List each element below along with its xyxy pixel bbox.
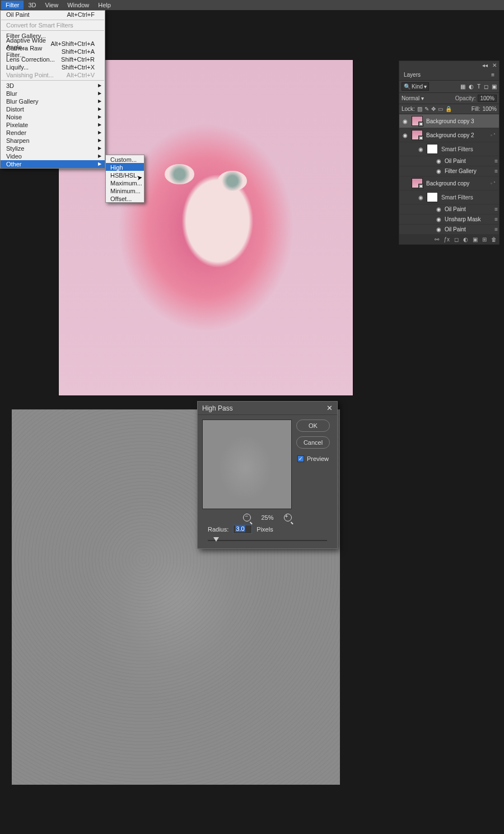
visibility-icon[interactable]: ◉ <box>436 158 441 164</box>
menu-3d[interactable]: 3D <box>24 1 40 10</box>
expand-icon[interactable]: ◦ ˄ <box>489 133 497 138</box>
menu-item-camera-raw-filter-[interactable]: Camera Raw Filter...Shift+Ctrl+A <box>1 48 105 55</box>
filter-adjust-icon[interactable]: ◐ <box>469 83 474 90</box>
layer-thumb[interactable]: ▣ <box>412 130 423 140</box>
filter-name: Oil Paint <box>445 158 466 164</box>
menu-item-video[interactable]: Video▶ <box>1 152 105 160</box>
smart-filter-entry[interactable]: ◉Filter Gallery≡ <box>399 166 499 176</box>
filter-smart-icon[interactable]: ▣ <box>492 83 497 90</box>
submenu-item-minimum-[interactable]: Minimum... <box>106 187 144 194</box>
filter-type-icon[interactable]: T <box>477 83 480 90</box>
layer-name[interactable]: Background copy 3 <box>426 118 497 124</box>
radius-input[interactable]: 3.0 <box>233 525 252 534</box>
cancel-button[interactable]: Cancel <box>296 436 330 449</box>
layer-thumb[interactable]: ▣ <box>412 116 423 126</box>
visibility-icon[interactable]: ◉ <box>402 132 408 138</box>
adjustment-icon[interactable]: ◐ <box>463 236 468 243</box>
expand-icon[interactable]: ◦ ˄ <box>489 181 497 186</box>
layer-name[interactable]: Background copy <box>426 180 486 187</box>
new-layer-icon[interactable]: ⊞ <box>482 236 487 243</box>
submenu-item-custom-[interactable]: Custom... <box>106 155 144 163</box>
submenu-item-high-pass-[interactable]: High Pass... <box>106 163 144 171</box>
smart-filters-row[interactable]: ◉Smart Filters <box>399 190 499 204</box>
menu-help[interactable]: Help <box>94 1 115 10</box>
filter-shape-icon[interactable]: ◻ <box>484 83 488 90</box>
collapse-icon[interactable]: ◂◂ <box>482 62 488 68</box>
layer-row[interactable]: ◉▣Background copy 3 <box>399 114 499 128</box>
menu-filter[interactable]: Filter <box>1 1 24 10</box>
filter-options-icon[interactable]: ≡ <box>494 158 497 164</box>
menu-item-sharpen[interactable]: Sharpen▶ <box>1 137 105 145</box>
lock-transparent-icon[interactable]: ▨ <box>417 106 422 112</box>
menu-item-distort[interactable]: Distort▶ <box>1 105 105 113</box>
dialog-preview[interactable] <box>202 420 292 509</box>
smart-filter-entry[interactable]: ◉Oil Paint≡ <box>399 204 499 215</box>
menu-item-stylize[interactable]: Stylize▶ <box>1 145 105 152</box>
menu-item-vanishing-point-[interactable]: Vanishing Point...Alt+Ctrl+V <box>1 71 105 79</box>
link-icon[interactable]: ⚯ <box>435 236 439 243</box>
menu-item-blur[interactable]: Blur▶ <box>1 90 105 97</box>
smart-filter-entry[interactable]: ◉Oil Paint≡ <box>399 156 499 166</box>
filter-options-icon[interactable]: ≡ <box>494 206 497 212</box>
shortcut: Shift+Ctrl+X <box>62 64 95 71</box>
layer-row[interactable]: ◉▣Background copy 2◦ ˄ <box>399 128 499 142</box>
menu-item-recent[interactable]: Oil Paint Alt+Ctrl+F <box>1 11 105 18</box>
visibility-icon[interactable]: ◉ <box>418 146 423 152</box>
blend-mode-select[interactable]: Normal ▾ <box>402 95 453 101</box>
radius-slider[interactable] <box>208 537 327 544</box>
smart-filter-entry[interactable]: ◉Unsharp Mask≡ <box>399 215 499 225</box>
filters-mask[interactable] <box>427 144 438 154</box>
layers-panel-top: ◂◂ ✕ Layers ≡ 🔍 Kind ▾ ▦ ◐ T ◻ ▣ Normal … <box>399 60 500 245</box>
layer-thumb[interactable]: ▣ <box>412 178 423 188</box>
menu-item-noise[interactable]: Noise▶ <box>1 113 105 121</box>
menu-item-lens-correction-[interactable]: Lens Correction...Shift+Ctrl+R <box>1 55 105 63</box>
visibility-icon[interactable]: ◉ <box>436 168 441 174</box>
submenu-item-offset-[interactable]: Offset... <box>106 194 144 202</box>
layer-row[interactable]: ▣Background copy◦ ˄ <box>399 176 499 190</box>
zoom-in-icon[interactable] <box>284 514 292 521</box>
visibility-icon[interactable]: ◉ <box>436 226 441 232</box>
visibility-icon[interactable]: ◉ <box>402 118 408 124</box>
menu-item-convert-smart[interactable]: Convert for Smart Filters <box>1 21 105 29</box>
menu-item-3d[interactable]: 3D▶ <box>1 82 105 90</box>
fx-icon[interactable]: ƒx <box>444 236 450 243</box>
layer-name[interactable]: Background copy 2 <box>426 132 486 138</box>
lock-pixels-icon[interactable]: ✎ <box>424 106 429 112</box>
group-icon[interactable]: ▣ <box>473 236 478 243</box>
mask-icon[interactable]: ◻ <box>454 236 459 243</box>
lock-artboard-icon[interactable]: ▭ <box>438 106 443 112</box>
menu-window[interactable]: Window <box>63 1 94 10</box>
filter-options-icon[interactable]: ≡ <box>494 216 497 222</box>
opacity-value[interactable]: 100% <box>478 95 497 102</box>
menu-item-liquify-[interactable]: Liquify...Shift+Ctrl+X <box>1 63 105 71</box>
smart-filter-entry[interactable]: ◉Oil Paint≡ <box>399 225 499 235</box>
shortcut: Shift+Ctrl+R <box>61 56 95 63</box>
fill-value[interactable]: 100% <box>482 106 497 112</box>
lock-position-icon[interactable]: ✥ <box>431 106 436 112</box>
visibility-icon[interactable]: ◉ <box>436 216 441 222</box>
preview-checkbox[interactable]: ✓ Preview <box>297 455 329 462</box>
trash-icon[interactable]: 🗑 <box>491 236 497 243</box>
smart-filters-row[interactable]: ◉Smart Filters <box>399 142 499 156</box>
filters-mask[interactable] <box>427 192 438 202</box>
filter-type-select[interactable]: 🔍 Kind ▾ <box>402 82 429 91</box>
menu-item-render[interactable]: Render▶ <box>1 129 105 137</box>
panel-menu-icon[interactable]: ≡ <box>491 72 494 78</box>
lock-all-icon[interactable]: 🔒 <box>445 106 452 112</box>
ok-button[interactable]: OK <box>296 420 330 432</box>
menu-view[interactable]: View <box>41 1 63 10</box>
menu-item-other[interactable]: Other▶ <box>1 160 105 168</box>
visibility-icon[interactable]: ◉ <box>418 194 423 201</box>
menu-item-pixelate[interactable]: Pixelate▶ <box>1 121 105 129</box>
menu-item-blur-gallery[interactable]: Blur Gallery▶ <box>1 97 105 105</box>
close-icon[interactable]: ✕ <box>492 62 497 68</box>
filter-options-icon[interactable]: ≡ <box>494 168 497 174</box>
submenu-arrow-icon: ▶ <box>98 146 101 151</box>
zoom-out-icon[interactable] <box>243 514 251 521</box>
layers-tab[interactable]: Layers <box>404 72 421 78</box>
filter-pixel-icon[interactable]: ▦ <box>460 83 465 90</box>
visibility-icon[interactable]: ◉ <box>436 206 441 212</box>
filter-options-icon[interactable]: ≡ <box>494 226 497 232</box>
close-icon[interactable]: ✕ <box>326 404 333 412</box>
label: Render <box>6 129 26 136</box>
